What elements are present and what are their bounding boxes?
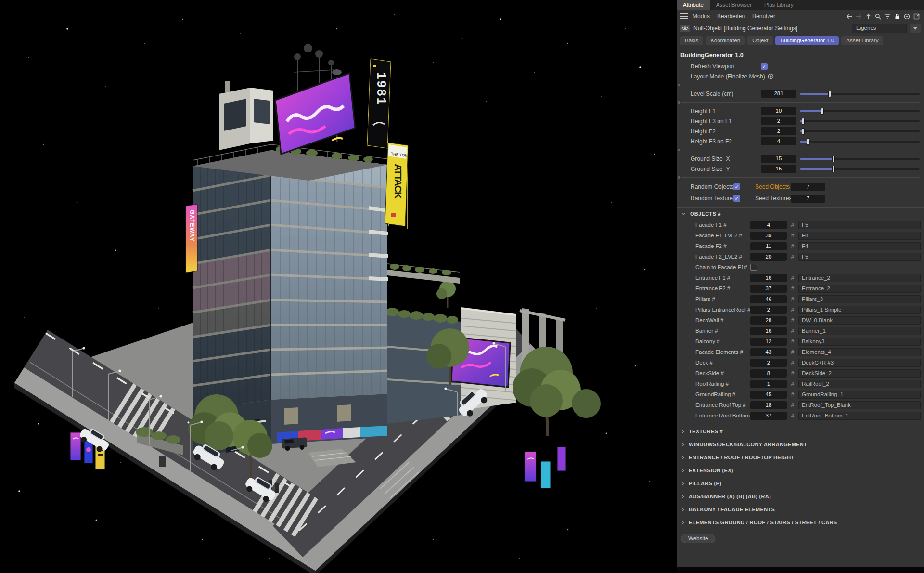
param-slider[interactable] (800, 168, 920, 170)
object-variant-field[interactable]: Banner_1 (798, 327, 921, 335)
history-forward-icon[interactable] (855, 13, 863, 21)
preset-dropdown-arrow[interactable] (910, 24, 921, 33)
object-variant-field[interactable]: Entrance_2 (798, 285, 921, 293)
object-variant-field[interactable]: DeckG+R #3 (798, 359, 921, 367)
history-back-icon[interactable] (845, 13, 853, 21)
collapsed-section-header[interactable]: ADS/BANNER (A) (B) (AB) (RA) (677, 490, 924, 503)
collapsed-section-header[interactable]: WINDOWS/DECK/BALCONY ARRANGEMENT (677, 438, 924, 451)
level-scale-slider[interactable] (800, 93, 920, 95)
param-slider[interactable] (800, 110, 920, 112)
filter-icon[interactable] (884, 13, 892, 21)
tab-koordinaten[interactable]: Koordinaten (706, 36, 745, 45)
object-count-value[interactable]: 20 (750, 253, 787, 261)
slider-knob[interactable] (828, 91, 831, 97)
object-visibility-icon[interactable] (680, 25, 690, 32)
seed-objects-value[interactable]: 7 (791, 183, 825, 191)
tab-asset-library[interactable]: Asset Library (841, 36, 883, 45)
hamburger-menu-icon[interactable] (680, 13, 688, 19)
param-value[interactable]: 15 (761, 165, 796, 173)
object-count-value[interactable]: 4 (750, 221, 787, 229)
slider-knob[interactable] (821, 108, 824, 115)
object-variant-field[interactable]: DeckSide_2 (798, 369, 921, 378)
tab-buildinggenerator[interactable]: BuildingGenerator 1.0 (775, 36, 839, 45)
object-count-value[interactable]: 11 (750, 242, 787, 250)
param-value[interactable]: 10 (761, 107, 796, 115)
menu-benutzer[interactable]: Benutzer (752, 13, 775, 20)
object-count-value[interactable]: 8 (750, 369, 787, 378)
website-button[interactable]: Website (681, 534, 715, 543)
random-textures-checkbox[interactable] (733, 195, 740, 202)
object-count-value[interactable]: 37 (750, 412, 787, 420)
object-variant-field[interactable]: F4 (798, 242, 921, 250)
track-target-icon[interactable] (903, 13, 911, 21)
object-variant-field[interactable]: F5 (798, 253, 921, 261)
object-variant-field[interactable]: RailRoof_2 (798, 380, 921, 388)
object-variant-field[interactable]: Pillars_1 Simple (798, 306, 921, 314)
random-objects-checkbox[interactable] (733, 183, 740, 190)
param-slider[interactable] (800, 130, 920, 132)
collapsed-section-header[interactable]: PILLARS (P) (677, 477, 924, 490)
object-count-value[interactable]: 46 (750, 295, 787, 303)
param-slider[interactable] (800, 141, 920, 143)
menu-bearbeiten[interactable]: Bearbeiten (717, 13, 745, 20)
collapsed-section-header[interactable]: TEXTURES # (677, 425, 924, 438)
collapsed-section-header[interactable]: ELEMENTS GROUND / ROOF / STAIRS / STREET… (677, 516, 924, 529)
object-variant-field[interactable]: EntRoof_Bottom_1 (798, 412, 921, 420)
collapsed-section-header[interactable]: BALKONY / FACADE ELEMENTS (677, 503, 924, 516)
object-count-value[interactable]: 1 (750, 380, 787, 388)
tab-attribute[interactable]: Attribute (677, 0, 710, 10)
viewport-3d[interactable]: 1981 THE TOK9 ATTACK GATEWAY (0, 0, 677, 573)
object-count-value[interactable]: 28 (750, 316, 787, 325)
param-value[interactable]: 15 (761, 155, 796, 163)
object-count-value[interactable]: 16 (750, 327, 787, 335)
menu-modus[interactable]: Modus (693, 13, 710, 20)
slider-knob[interactable] (802, 118, 805, 125)
object-variant-field[interactable]: Entrance_2 (798, 274, 921, 282)
object-variant-field[interactable]: Elements_4 (798, 348, 921, 356)
layout-mode-button-icon[interactable] (768, 73, 774, 79)
refresh-viewport-checkbox[interactable] (761, 63, 768, 70)
param-label: Height F1 (691, 108, 761, 115)
collapsed-section-header[interactable]: ENTRANCE / ROOF / ROOFTOP HEIGHT (677, 451, 924, 464)
object-variant-field[interactable]: F8 (798, 232, 921, 240)
object-variant-field[interactable]: GroundRailing_1 (798, 391, 921, 399)
param-value[interactable]: 4 (761, 137, 796, 145)
lock-icon[interactable] (893, 13, 901, 21)
tab-basis[interactable]: Basis (680, 36, 703, 45)
slider-knob[interactable] (807, 138, 809, 145)
chain-to-facade-checkbox[interactable] (750, 264, 757, 271)
object-count-value[interactable]: 12 (750, 338, 787, 346)
parent-up-icon[interactable] (864, 13, 873, 21)
object-variant-field[interactable]: DW_0 Blank (798, 316, 921, 325)
tab-objekt[interactable]: Objekt (747, 36, 773, 45)
collapsed-section-header[interactable]: EXTENSION (EX) (677, 464, 924, 477)
object-variant-field[interactable]: F5 (798, 221, 921, 229)
slider-knob[interactable] (832, 156, 835, 162)
new-window-icon[interactable] (912, 13, 921, 21)
section-objects[interactable]: OBJECTS # (677, 207, 924, 220)
object-count-value[interactable]: 2 (750, 359, 787, 367)
object-count-row: Entrance Roof Top # 18 # EntRoof_Top_Bla… (677, 400, 924, 410)
seed-textures-value[interactable]: 7 (791, 195, 825, 203)
object-count-value[interactable]: 2 (750, 306, 787, 314)
param-value[interactable]: 2 (761, 127, 796, 135)
level-scale-value[interactable]: 281 (761, 90, 796, 98)
object-count-value[interactable]: 18 (750, 401, 787, 409)
object-count-value[interactable]: 16 (750, 274, 787, 282)
tab-asset-browser[interactable]: Asset Browser (710, 0, 758, 10)
object-count-value[interactable]: 39 (750, 232, 787, 240)
object-variant-field[interactable]: EntRoof_Top_Blank (798, 401, 921, 409)
object-count-value[interactable]: 43 (750, 348, 787, 356)
object-count-value[interactable]: 45 (750, 391, 787, 399)
object-variant-field[interactable]: Balkony3 (798, 338, 921, 346)
search-icon[interactable] (874, 13, 882, 21)
slider-knob[interactable] (832, 166, 835, 172)
param-slider[interactable] (800, 158, 920, 160)
object-variant-field[interactable]: Pillars_3 (798, 295, 921, 303)
param-slider[interactable] (800, 120, 920, 122)
slider-knob[interactable] (802, 128, 805, 135)
preset-dropdown[interactable]: Eigenes (852, 24, 907, 33)
object-count-value[interactable]: 37 (750, 285, 787, 293)
tab-plus-library[interactable]: Plus Library (758, 0, 800, 10)
param-value[interactable]: 2 (761, 117, 796, 125)
